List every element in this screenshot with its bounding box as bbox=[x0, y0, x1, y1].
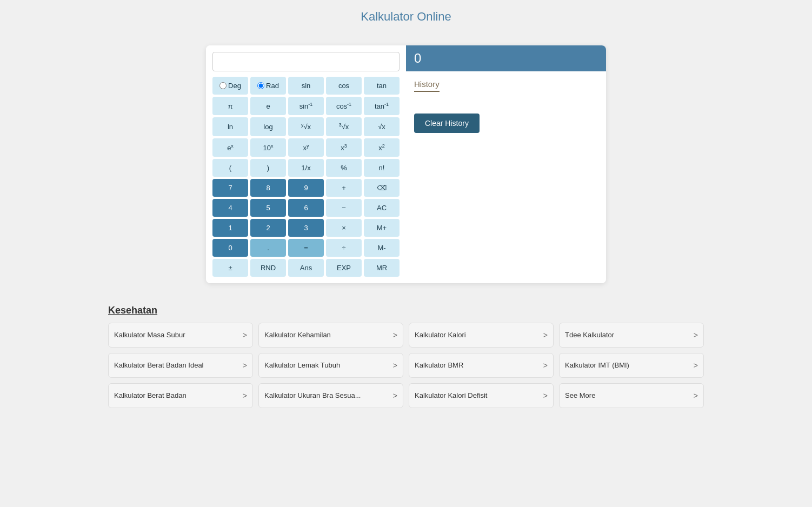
9-button[interactable]: 9 bbox=[288, 179, 324, 197]
chevron-icon: > bbox=[694, 361, 698, 370]
mode-row: Deg Rad sin cos tan bbox=[212, 77, 400, 95]
chevron-icon: > bbox=[243, 391, 247, 400]
card-button-1-1[interactable]: Kalkulator Lemak Tubuh> bbox=[258, 353, 403, 378]
card-button-1-3[interactable]: Kalkulator IMT (BMI)> bbox=[559, 353, 704, 378]
row7: 4 5 6 − AC bbox=[212, 199, 400, 217]
cos-button[interactable]: cos bbox=[326, 77, 362, 95]
10x-button[interactable]: 10x bbox=[250, 138, 286, 157]
0-button[interactable]: 0 bbox=[212, 239, 248, 257]
row10: ± RND Ans EXP MR bbox=[212, 259, 400, 277]
rad-radio[interactable] bbox=[257, 82, 264, 89]
factorial-button[interactable]: n! bbox=[364, 159, 400, 177]
lparen-button[interactable]: ( bbox=[212, 159, 248, 177]
clear-history-button[interactable]: Clear History bbox=[414, 114, 480, 133]
chevron-icon: > bbox=[543, 391, 548, 400]
mplus-button[interactable]: M+ bbox=[364, 219, 400, 237]
yroot-button[interactable]: y√x bbox=[288, 117, 324, 136]
card-button-0-1[interactable]: Kalkulator Kehamilan> bbox=[258, 323, 403, 348]
chevron-icon: > bbox=[543, 361, 548, 370]
xy-button[interactable]: xy bbox=[288, 138, 324, 157]
card-button-2-2[interactable]: Kalkulator Kalori Defisit> bbox=[409, 383, 554, 408]
card-label: Kalkulator Kalori Defisit bbox=[415, 391, 487, 399]
plusminus-button[interactable]: ± bbox=[212, 259, 248, 277]
card-label: Kalkulator Kehamilan bbox=[264, 331, 331, 339]
x2-button[interactable]: x2 bbox=[364, 138, 400, 157]
acos-button[interactable]: cos-1 bbox=[326, 97, 362, 115]
section-label: Kesehatan bbox=[0, 305, 812, 316]
asin-button[interactable]: sin-1 bbox=[288, 97, 324, 115]
card-button-2-3[interactable]: See More> bbox=[559, 383, 704, 408]
card-button-1-0[interactable]: Kalkulator Berat Badan Ideal> bbox=[108, 353, 253, 378]
divide-button[interactable]: ÷ bbox=[326, 239, 362, 257]
sqrt-button[interactable]: √x bbox=[364, 117, 400, 136]
percent-button[interactable]: % bbox=[326, 159, 362, 177]
ans-button[interactable]: Ans bbox=[288, 259, 324, 277]
backspace-button[interactable]: ⌫ bbox=[364, 179, 400, 197]
card-button-0-0[interactable]: Kalkulator Masa Subur> bbox=[108, 323, 253, 348]
sin-button[interactable]: sin bbox=[288, 77, 324, 95]
e-button[interactable]: e bbox=[250, 97, 286, 115]
page-title: Kalkulator Online bbox=[0, 0, 812, 29]
card-label: Kalkulator Berat Badan bbox=[114, 391, 187, 399]
ex-button[interactable]: ex bbox=[212, 138, 248, 157]
3-button[interactable]: 3 bbox=[288, 219, 324, 237]
card-label: Kalkulator IMT (BMI) bbox=[565, 361, 629, 369]
mr-button[interactable]: MR bbox=[364, 259, 400, 277]
log-button[interactable]: log bbox=[250, 117, 286, 136]
cards-row-3: Kalkulator Berat Badan>Kalkulator Ukuran… bbox=[108, 383, 704, 408]
card-button-1-2[interactable]: Kalkulator BMR> bbox=[409, 353, 554, 378]
rad-radio-label[interactable]: Rad bbox=[250, 77, 286, 95]
3root-button[interactable]: 3√x bbox=[326, 117, 362, 136]
deg-radio-label[interactable]: Deg bbox=[212, 77, 248, 95]
deg-radio[interactable] bbox=[219, 82, 227, 89]
card-button-0-3[interactable]: Tdee Kalkulator> bbox=[559, 323, 704, 348]
chevron-icon: > bbox=[393, 331, 397, 339]
chevron-icon: > bbox=[243, 361, 247, 370]
row2: π e sin-1 cos-1 tan-1 bbox=[212, 97, 400, 115]
chevron-icon: > bbox=[393, 391, 397, 400]
ac-button[interactable]: AC bbox=[364, 199, 400, 217]
card-label: Kalkulator Berat Badan Ideal bbox=[114, 361, 204, 369]
chevron-icon: > bbox=[543, 331, 548, 339]
minus-button[interactable]: − bbox=[326, 199, 362, 217]
card-button-2-1[interactable]: Kalkulator Ukuran Bra Sesua...> bbox=[258, 383, 403, 408]
8-button[interactable]: 8 bbox=[250, 179, 286, 197]
cards-row-2: Kalkulator Berat Badan Ideal>Kalkulator … bbox=[108, 353, 704, 378]
tan-button[interactable]: tan bbox=[364, 77, 400, 95]
card-button-0-2[interactable]: Kalkulator Kalori> bbox=[409, 323, 554, 348]
multiply-button[interactable]: × bbox=[326, 219, 362, 237]
reciprocal-button[interactable]: 1/x bbox=[288, 159, 324, 177]
7-button[interactable]: 7 bbox=[212, 179, 248, 197]
ln-button[interactable]: ln bbox=[212, 117, 248, 136]
rparen-button[interactable]: ) bbox=[250, 159, 286, 177]
1-button[interactable]: 1 bbox=[212, 219, 248, 237]
card-label: Kalkulator Lemak Tubuh bbox=[264, 361, 340, 369]
equals-button[interactable]: = bbox=[288, 239, 324, 257]
dot-button[interactable]: . bbox=[250, 239, 286, 257]
card-label: Kalkulator Masa Subur bbox=[114, 331, 185, 339]
card-label: Kalkulator Kalori bbox=[415, 331, 466, 339]
chevron-icon: > bbox=[393, 361, 397, 370]
mminus-button[interactable]: M- bbox=[364, 239, 400, 257]
atan-button[interactable]: tan-1 bbox=[364, 97, 400, 115]
row8: 1 2 3 × M+ bbox=[212, 219, 400, 237]
buttons-grid: Deg Rad sin cos tan π e sin-1 cos-1 tan-… bbox=[212, 77, 400, 277]
cards-section: Kalkulator Masa Subur>Kalkulator Kehamil… bbox=[0, 323, 812, 430]
6-button[interactable]: 6 bbox=[288, 199, 324, 217]
5-button[interactable]: 5 bbox=[250, 199, 286, 217]
display-input[interactable] bbox=[212, 52, 400, 71]
row6: 7 8 9 + ⌫ bbox=[212, 179, 400, 197]
2-button[interactable]: 2 bbox=[250, 219, 286, 237]
card-button-2-0[interactable]: Kalkulator Berat Badan> bbox=[108, 383, 253, 408]
x3-button[interactable]: x3 bbox=[326, 138, 362, 157]
history-panel: 0 History Clear History bbox=[406, 45, 606, 283]
display-value: 0 bbox=[414, 51, 421, 66]
chevron-icon: > bbox=[694, 391, 698, 400]
plus-button[interactable]: + bbox=[326, 179, 362, 197]
4-button[interactable]: 4 bbox=[212, 199, 248, 217]
pi-button[interactable]: π bbox=[212, 97, 248, 115]
rnd-button[interactable]: RND bbox=[250, 259, 286, 277]
exp-button[interactable]: EXP bbox=[326, 259, 362, 277]
card-label: Kalkulator BMR bbox=[415, 361, 463, 369]
history-content: History Clear History bbox=[406, 71, 606, 283]
